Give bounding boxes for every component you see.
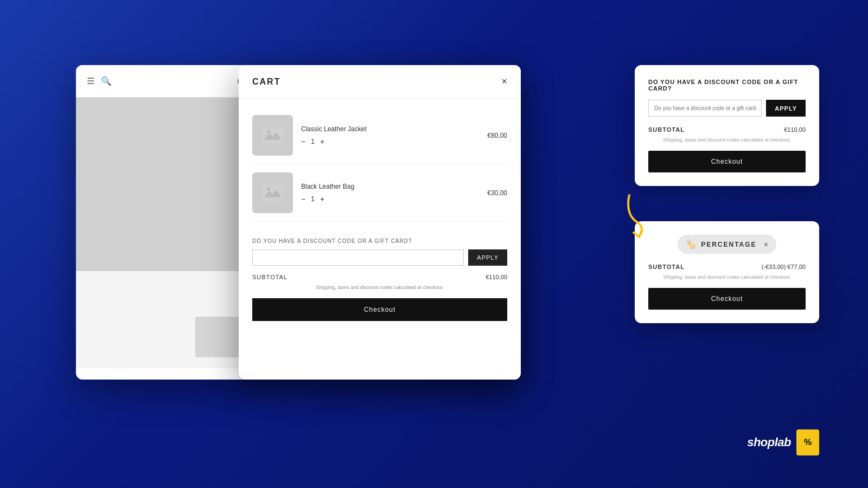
cart-checkout-button[interactable]: Checkout xyxy=(252,298,507,321)
menu-icon[interactable]: ☰ xyxy=(87,76,94,86)
cart-item-1-details: Classic Leather Jacket − 1 + xyxy=(301,125,479,146)
cart-title: CART xyxy=(252,77,280,87)
discount-apply-button[interactable]: APPLY xyxy=(766,100,806,117)
cart-item-1-price: €80,00 xyxy=(487,132,507,139)
cart-items: Classic Leather Jacket − 1 + €80,00 Blac… xyxy=(239,99,521,230)
cart-item-1: Classic Leather Jacket − 1 + €80,00 xyxy=(252,107,507,164)
cart-item-1-quantity: 1 xyxy=(311,138,315,145)
cart-shipping-note: Shipping, taxes and discount codes calcu… xyxy=(252,285,507,290)
cart-close-button[interactable]: × xyxy=(501,76,507,87)
cart-apply-button[interactable]: APPLY xyxy=(468,249,507,266)
discount-shipping-note: Shipping, taxes and discount codes calcu… xyxy=(648,137,806,143)
cart-item-2-image xyxy=(252,172,293,213)
cart-subtotal-value: €110,00 xyxy=(486,274,507,280)
badge-close-button[interactable]: × xyxy=(764,240,768,249)
cart-discount-section: DO YOU HAVE A DISCOUNT CODE OR A GIFT CA… xyxy=(239,230,521,329)
cart-item-1-name: Classic Leather Jacket xyxy=(301,125,479,133)
right-panel: DO YOU HAVE A DISCOUNT CODE OR A GIFT CA… xyxy=(635,65,819,323)
cart-item-1-increase[interactable]: + xyxy=(320,137,324,146)
cart-item-2-name: Black Leather Bag xyxy=(301,183,479,190)
tag-icon: 🏷️ xyxy=(686,239,697,249)
discount-subtotal-label: SUBTOTAL xyxy=(648,126,685,133)
shoplab-text: shoplab xyxy=(747,435,791,450)
svg-point-6 xyxy=(267,188,270,191)
shoplab-icon: % xyxy=(796,429,819,455)
cart-item-2-increase[interactable]: + xyxy=(320,195,324,203)
cart-discount-label: DO YOU HAVE A DISCOUNT CODE OR A GIFT CA… xyxy=(252,238,507,244)
svg-rect-5 xyxy=(262,184,284,202)
percentage-badge-row: 🏷️ PERCENTAGE × xyxy=(648,235,806,254)
shoplab-logo: shoplab % xyxy=(747,429,819,455)
cart-subtotal-label: SUBTOTAL xyxy=(252,274,288,280)
cart-item-2-price: €30,00 xyxy=(487,189,507,197)
discount-subtotal-row: SUBTOTAL €110,00 xyxy=(648,126,806,133)
cart-subtotal-row: SUBTOTAL €110,00 xyxy=(252,274,507,280)
discount-input-row: APPLY xyxy=(648,100,806,117)
percentage-card: 🏷️ PERCENTAGE × SUBTOTAL (-€33,00) €77,0… xyxy=(635,221,819,323)
cart-header: CART × xyxy=(239,65,521,99)
svg-rect-3 xyxy=(262,127,284,144)
cart-item-2: Black Leather Bag − 1 + €30,00 xyxy=(252,164,507,222)
header-icons: ☰ 🔍 xyxy=(87,76,112,86)
arrow-connector xyxy=(618,192,654,241)
percentage-checkout-button[interactable]: Checkout xyxy=(648,288,806,310)
cart-item-1-decrease[interactable]: − xyxy=(301,137,305,146)
cart-item-1-image xyxy=(252,115,293,156)
percentage-shipping-note: Shipping, taxes and discount codes calcu… xyxy=(648,274,806,280)
badge-label: PERCENTAGE xyxy=(701,241,756,248)
cart-item-2-decrease[interactable]: − xyxy=(301,195,305,203)
percentage-subtotal-row: SUBTOTAL (-€33,00) €77,00 xyxy=(648,264,806,270)
discount-subtotal-value: €110,00 xyxy=(784,126,806,133)
cart-item-2-qty: − 1 + xyxy=(301,195,479,203)
search-icon[interactable]: 🔍 xyxy=(101,76,112,86)
cart-modal: CART × Classic Leather Jacket − 1 + €8 xyxy=(239,65,521,380)
percentage-subtotal-label: SUBTOTAL xyxy=(648,264,685,270)
discount-card: DO YOU HAVE A DISCOUNT CODE OR A GIFT CA… xyxy=(635,65,819,186)
cart-item-1-qty: − 1 + xyxy=(301,137,479,146)
discount-code-input[interactable] xyxy=(648,100,762,117)
discount-card-title: DO YOU HAVE A DISCOUNT CODE OR A GIFT CA… xyxy=(648,79,806,92)
svg-point-4 xyxy=(267,130,270,133)
shoplab-icon-symbol: % xyxy=(804,438,812,447)
cart-discount-input[interactable] xyxy=(252,249,464,266)
cart-discount-row: APPLY xyxy=(252,249,507,266)
cart-item-2-quantity: 1 xyxy=(311,195,315,203)
percentage-subtotal-value: (-€33,00) €77,00 xyxy=(762,264,806,270)
cart-item-2-details: Black Leather Bag − 1 + xyxy=(301,183,479,203)
percentage-badge: 🏷️ PERCENTAGE × xyxy=(678,235,776,254)
discount-checkout-button[interactable]: Checkout xyxy=(648,151,806,172)
